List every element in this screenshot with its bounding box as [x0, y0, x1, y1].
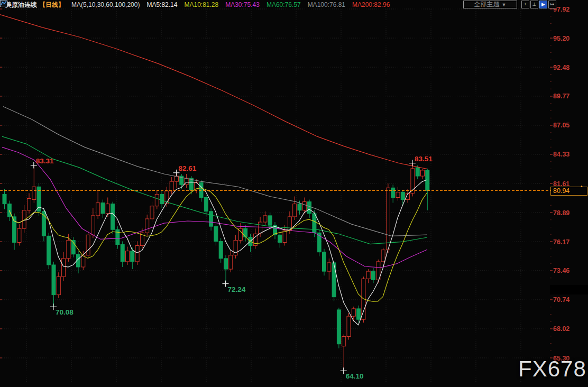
- current-price-badge: 80.94: [550, 187, 587, 196]
- swing-high-label: 83.31: [36, 157, 54, 165]
- price-axis-label: 95.20: [553, 35, 569, 42]
- symbol-title: 美原油连续: [5, 1, 37, 10]
- ma-settings-label: MA(5,10,30,60,100,200): [71, 1, 140, 8]
- axis-cover-patch: [550, 285, 588, 294]
- pan-right-icon[interactable]: ↦: [548, 1, 556, 8]
- theme-dropdown[interactable]: 全部主题 ▼: [463, 1, 517, 8]
- swing-low-label: 72.24: [228, 285, 246, 293]
- toolbar-icons: +⊥▶↦: [520, 1, 556, 8]
- price-axis-label: 68.02: [553, 325, 569, 333]
- chart-canvas[interactable]: 97.9295.2092.4889.7787.0584.3381.6178.89…: [0, 0, 588, 387]
- price-axis-label: 87.05: [553, 122, 569, 129]
- toolbar: 全部主题 ▼ +⊥▶↦: [463, 1, 556, 8]
- crosshair-icon[interactable]: +: [521, 1, 529, 8]
- watermark: FX678: [518, 356, 586, 382]
- header: 美原油连续 【日线】 MA(5,10,30,60,100,200) MA5:82…: [0, 0, 390, 10]
- axis-play-icon[interactable]: ▶: [539, 1, 547, 8]
- price-axis-label: 78.89: [553, 209, 569, 217]
- chevron-down-icon: ▼: [502, 2, 507, 7]
- price-axis-label: 76.17: [553, 238, 569, 246]
- ma-value-label: MA60:76.57: [267, 1, 301, 8]
- price-axis-label: 89.77: [553, 93, 569, 100]
- swing-high-label: 83.51: [415, 155, 433, 163]
- price-axis-label: 92.48: [553, 64, 569, 71]
- ma-value-label: MA100:76.81: [308, 1, 345, 8]
- swing-low-label: 64.10: [346, 372, 364, 380]
- swing-low-label: 70.08: [56, 308, 74, 316]
- period-label[interactable]: 【日线】: [39, 1, 65, 10]
- price-axis-label: 70.74: [553, 296, 569, 303]
- ma-value-label: MA30:75.43: [225, 1, 260, 8]
- trading-app: 97.9295.2092.4889.7787.0584.3381.6178.89…: [0, 0, 588, 387]
- axis-scale-icon[interactable]: ⊥: [530, 1, 538, 8]
- ma-value-label: MA200:82.96: [352, 1, 390, 8]
- theme-dropdown-label: 全部主题: [474, 0, 500, 9]
- swing-high-label: 82.61: [179, 164, 197, 172]
- price-axis-label: 73.46: [553, 267, 569, 274]
- price-axis-label: 84.33: [553, 151, 569, 158]
- ma-value-label: MA5:82.14: [146, 1, 177, 8]
- ma-value-label: MA10:81.28: [184, 1, 218, 8]
- ma-values: MA5:82.14MA10:81.28MA30:75.43MA60:76.57M…: [140, 1, 390, 8]
